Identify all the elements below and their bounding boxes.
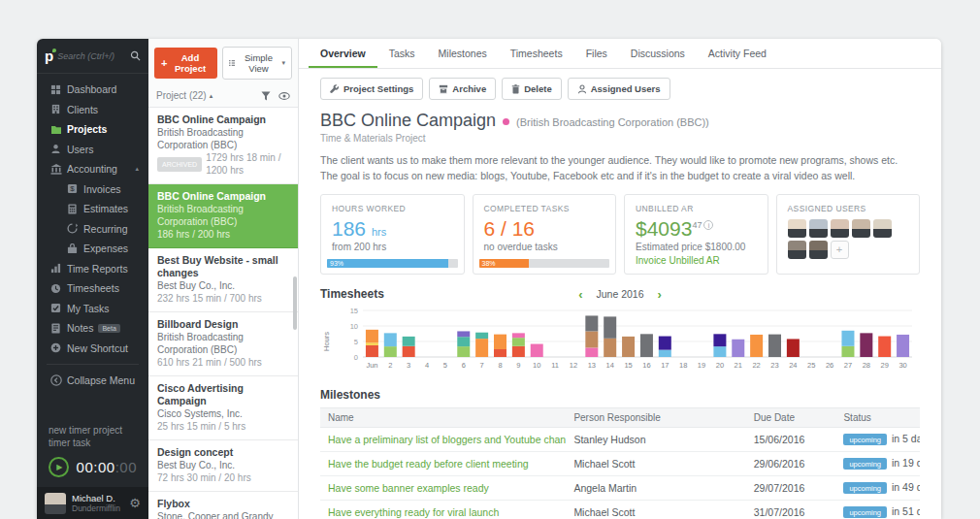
timer-project-label[interactable]: new timer project [49, 424, 137, 437]
column-header-name[interactable]: Name [320, 408, 566, 428]
eye-icon[interactable] [278, 91, 290, 101]
project-client: British Broadcasting Corporation (BBC) [157, 126, 289, 151]
sidebar-item-collapse-menu[interactable]: Collapse Menu [37, 371, 148, 391]
timer-widget: new timer project timer task ▶ 00:00:00 [37, 416, 148, 487]
project-list-item[interactable]: Design conceptBest Buy Co., Inc.72 hrs 3… [148, 440, 298, 492]
status-badge: upcoming [843, 506, 887, 518]
user-avatar[interactable] [873, 219, 892, 238]
project-list-item[interactable]: BBC Online CampaignBritish Broadcasting … [148, 108, 298, 184]
search-input[interactable] [57, 51, 130, 61]
svg-text:2: 2 [388, 361, 392, 370]
info-icon[interactable]: i [703, 220, 713, 230]
project-list: BBC Online CampaignBritish Broadcasting … [148, 108, 298, 519]
tab-milestones[interactable]: Milestones [427, 39, 499, 68]
page-title: BBC Online Campaign [320, 111, 496, 131]
project-list-item[interactable]: Billboard DesignBritish Broadcasting Cor… [148, 312, 298, 376]
next-month-icon[interactable]: › [658, 288, 662, 301]
sidebar-item-label: Clients [67, 104, 98, 115]
sidebar-item-my-tasks[interactable]: My Tasks [37, 299, 148, 319]
sort-caret-icon[interactable]: ▴ [210, 92, 213, 100]
column-header-status[interactable]: Status [835, 408, 920, 428]
user-avatar[interactable] [788, 219, 806, 238]
sidebar-item-timesheets[interactable]: Timesheets [37, 278, 148, 299]
gear-icon[interactable]: ⚙ [129, 496, 141, 510]
project-list-item[interactable]: BBC Online CampaignBritish Broadcasting … [148, 184, 298, 248]
accounting-icon [50, 164, 67, 175]
tab-tasks[interactable]: Tasks [377, 39, 427, 68]
tab-overview[interactable]: Overview [309, 39, 377, 68]
project-count-label[interactable]: Project (22) [156, 90, 207, 101]
milestone-link[interactable]: Have some banner examples ready [328, 482, 489, 494]
sidebar-item-estimates[interactable]: Estimates [37, 199, 148, 219]
svg-text:15: 15 [350, 307, 358, 315]
prev-month-icon[interactable]: ‹ [578, 288, 582, 301]
sidebar-item-label: Invoices [83, 183, 121, 195]
global-search[interactable]: p [37, 39, 148, 74]
milestone-status: upcomingin 51 days [835, 501, 920, 519]
project-settings-button[interactable]: Project Settings [320, 78, 423, 100]
sidebar-item-label: Time Reports [67, 263, 128, 275]
sidebar-item-new-shortcut[interactable]: New Shortcut [37, 339, 148, 359]
project-list-item[interactable]: Best Buy Website - small changesBest Buy… [148, 248, 298, 312]
user-avatar[interactable] [788, 241, 806, 259]
user-profile[interactable]: Michael D. Dundermifflin ⚙ [37, 487, 148, 519]
tab-activity-feed[interactable]: Activity Feed [697, 39, 778, 68]
add-user-button[interactable]: + [831, 241, 849, 259]
sidebar-item-label: New Shortcut [67, 342, 128, 354]
user-avatar[interactable] [831, 219, 849, 238]
timer-play-button[interactable]: ▶ [49, 457, 69, 477]
sidebar-item-users[interactable]: Users [37, 140, 148, 160]
sidebar-item-clients[interactable]: Clients [37, 100, 148, 120]
sidebar-item-projects[interactable]: Projects [37, 119, 148, 140]
svg-text:7: 7 [480, 361, 484, 370]
milestone-link[interactable]: Have everything ready for viral launch [328, 506, 499, 518]
svg-text:17: 17 [661, 361, 669, 370]
project-list-item[interactable]: FlyboxStone, Cooper and Grandy241 hrs 47… [148, 492, 298, 519]
add-project-button[interactable]: + Add Project [154, 48, 217, 79]
project-hours: 186 hrs / 200 hrs [157, 228, 289, 241]
hours-progress-bar: 93% [327, 259, 458, 268]
sidebar-item-time-reports[interactable]: Time Reports [37, 259, 148, 279]
svg-text:15: 15 [624, 361, 632, 370]
chevron-icon: ▴ [135, 165, 139, 173]
timer-task-label[interactable]: timer task [49, 437, 137, 449]
milestone-due: 29/06/2016 [746, 452, 836, 476]
notes-icon [50, 323, 67, 334]
user-avatar[interactable] [809, 219, 828, 238]
column-header-due-date[interactable]: Due Date [746, 408, 836, 428]
column-header-person-responsible[interactable]: Person Responsible [566, 408, 745, 428]
hours-worked-card: HOURS WORKED 186 hrs from 200 hrs 93% [320, 194, 465, 275]
sidebar-item-notes[interactable]: NotesBeta [37, 318, 148, 339]
milestone-person: Stanley Hudson [566, 428, 745, 452]
sidebar-item-invoices[interactable]: $Invoices [37, 179, 148, 200]
project-list-item[interactable]: Cisco Advertising CampaignCisco Systems,… [148, 376, 298, 440]
milestone-link[interactable]: Have the budget ready before client meet… [328, 458, 529, 470]
archive-button[interactable]: Archive [429, 78, 496, 100]
view-mode-button[interactable]: Simple View ▾ [222, 47, 292, 80]
user-avatar[interactable] [809, 241, 828, 259]
tab-bar: OverviewTasksMilestonesTimesheetsFilesDi… [299, 39, 941, 69]
sidebar-item-recurring[interactable]: Recurring [37, 219, 148, 240]
tab-files[interactable]: Files [574, 39, 619, 68]
delete-button[interactable]: Delete [502, 78, 562, 100]
milestone-due: 15/06/2016 [746, 428, 836, 452]
invoice-unbilled-link[interactable]: Invoice Unbilled AR [636, 255, 720, 266]
sidebar-item-expenses[interactable]: Expenses [37, 239, 148, 259]
tab-timesheets[interactable]: Timesheets [499, 39, 574, 68]
assigned-users-button[interactable]: Assigned Users [568, 78, 670, 100]
milestone-status: upcomingin 19 days [835, 452, 920, 476]
scrollbar[interactable] [293, 276, 297, 330]
person-icon [577, 84, 587, 94]
search-icon[interactable] [130, 50, 141, 61]
filter-icon[interactable] [261, 91, 271, 101]
tab-discussions[interactable]: Discussions [619, 39, 697, 68]
project-hours: 610 hrs 21 min / 500 hrs [157, 356, 289, 369]
app-window: p DashboardClientsProjectsUsersAccountin… [37, 39, 941, 519]
sidebar-item-accounting[interactable]: Accounting▴ [37, 159, 148, 179]
chevron-down-icon: ▾ [281, 59, 285, 67]
milestone-link[interactable]: Have a preliminary list of bloggers and … [328, 434, 566, 445]
user-avatar[interactable] [852, 219, 870, 238]
recurring-icon [67, 223, 83, 234]
sidebar-item-dashboard[interactable]: Dashboard [37, 80, 148, 100]
svg-text:27: 27 [844, 361, 852, 370]
